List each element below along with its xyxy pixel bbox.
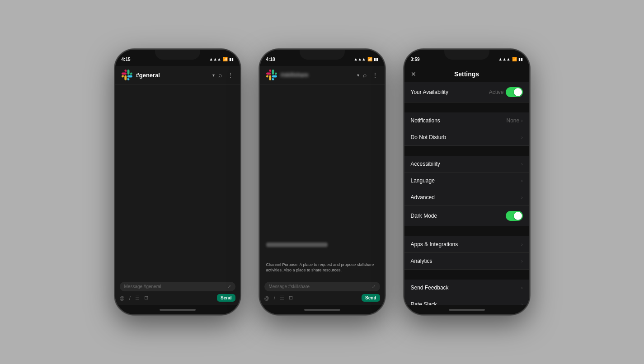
feedback-chevron: › <box>521 285 522 290</box>
blurred-name-area <box>266 243 378 251</box>
row-rate[interactable]: Rate Slack › <box>404 296 529 305</box>
row-apps[interactable]: Apps & Integrations › <box>404 236 529 253</box>
channel-purpose-text: Channel Purpose: A place to request and … <box>266 262 378 273</box>
section-feedback: Send Feedback › Rate Slack › Help Center… <box>404 280 529 305</box>
input-placeholder-1: Message #general <box>124 284 227 289</box>
battery-icon-3: ▮▮ <box>518 57 523 61</box>
status-bar-3: 3:59 ▲▲▲ 📶 ▮▮ <box>404 50 529 66</box>
darkmode-label: Dark Mode <box>411 213 506 219</box>
input-area-2: Message #skillshare ⤢ @ / ☰ ⊡ Send <box>260 278 385 305</box>
slash-icon-1[interactable]: / <box>129 295 131 301</box>
status-bar-1: 4:15 ▲▲▲ 📶 ▮▮ <box>115 50 240 66</box>
slash-icon-2[interactable]: / <box>274 295 275 301</box>
availability-toggle[interactable] <box>506 87 523 97</box>
toggle-thumb-availability <box>514 88 522 96</box>
notifications-label: Notifications <box>411 117 507 124</box>
apps-label: Apps & Integrations <box>411 241 522 247</box>
more-icon-1[interactable]: ⋮ <box>227 71 234 79</box>
gap-1 <box>404 103 529 112</box>
input-area-1: Message #general ⤢ @ / ☰ ⊡ Send <box>115 278 240 305</box>
status-icons-1: ▲▲▲ 📶 ▮▮ <box>209 57 234 61</box>
channel-arrow-1: ▾ <box>212 73 215 78</box>
send-button-2[interactable]: Send <box>362 294 380 302</box>
message-input-1[interactable]: Message #general ⤢ <box>120 282 235 291</box>
channel-name-2: #skillshare <box>281 72 357 78</box>
blurred-username <box>266 243 328 247</box>
header-icons-2: ⌕ ⋮ <box>363 71 378 79</box>
home-indicator-2 <box>304 309 340 311</box>
time-3: 3:59 <box>411 57 420 62</box>
phone-skillshare: 4:18 ▲▲▲ 📶 ▮▮ #skillshare ▾ ⌕ ⋮ <box>259 49 385 315</box>
search-icon-1[interactable]: ⌕ <box>218 71 222 79</box>
signal-icon-3: ▲▲▲ <box>498 57 511 61</box>
home-indicator-3 <box>449 309 485 311</box>
analytics-label: Analytics <box>411 258 522 264</box>
attach-icon-1[interactable]: ☰ <box>135 295 140 301</box>
gap-4 <box>404 271 529 280</box>
search-icon-2[interactable]: ⌕ <box>363 71 367 79</box>
rate-label: Rate Slack <box>411 301 522 305</box>
camera-icon-2[interactable]: ⊡ <box>289 295 293 301</box>
language-label: Language <box>411 177 522 184</box>
app-header-2: #skillshare ▾ ⌕ ⋮ <box>260 66 385 84</box>
dnd-chevron: › <box>521 135 522 140</box>
attach-icon-2[interactable]: ☰ <box>280 295 284 301</box>
settings-list: Your Availability Active Notifications N… <box>404 82 529 305</box>
message-area-1 <box>115 84 240 278</box>
signal-icon-1: ▲▲▲ <box>209 57 221 61</box>
section-apps: Apps & Integrations › Analytics › <box>404 236 529 270</box>
expand-icon-2: ⤢ <box>372 284 376 289</box>
slack-logo-1 <box>122 70 132 80</box>
apps-chevron: › <box>521 242 522 247</box>
row-availability[interactable]: Your Availability Active <box>404 82 529 103</box>
section-notifications: Notifications None › Do Not Disturb › <box>404 112 529 146</box>
time-1: 4:15 <box>122 57 131 62</box>
row-notifications[interactable]: Notifications None › <box>404 112 529 129</box>
screen-2: #skillshare ▾ ⌕ ⋮ Channel Purpose: A pla… <box>260 66 385 305</box>
status-icons-3: ▲▲▲ 📶 ▮▮ <box>498 57 523 61</box>
message-input-2[interactable]: Message #skillshare ⤢ <box>264 282 380 291</box>
toggle-thumb-darkmode <box>514 212 522 220</box>
signal-icon-2: ▲▲▲ <box>354 57 366 61</box>
app-header-1: #general ▾ ⌕ ⋮ <box>115 66 240 84</box>
settings-header: ✕ Settings <box>404 66 529 82</box>
channel-arrow-2: ▾ <box>357 73 359 78</box>
at-icon-2[interactable]: @ <box>264 295 269 301</box>
settings-title: Settings <box>454 70 479 78</box>
camera-icon-1[interactable]: ⊡ <box>144 295 148 301</box>
availability-label: Your Availability <box>411 89 489 95</box>
wifi-icon-2: 📶 <box>367 57 372 61</box>
section-accessibility: Accessibility › Language › Advanced › Da… <box>404 156 529 226</box>
wifi-icon-1: 📶 <box>223 57 228 61</box>
notifications-value: None <box>506 117 519 124</box>
darkmode-toggle[interactable] <box>506 211 523 221</box>
row-analytics[interactable]: Analytics › <box>404 253 529 270</box>
row-dnd[interactable]: Do Not Disturb › <box>404 129 529 146</box>
row-advanced[interactable]: Advanced › <box>404 189 529 206</box>
dnd-label: Do Not Disturb <box>411 134 522 140</box>
row-language[interactable]: Language › <box>404 173 529 189</box>
more-icon-2[interactable]: ⋮ <box>372 71 378 79</box>
analytics-chevron: › <box>521 259 522 264</box>
language-chevron: › <box>521 178 522 183</box>
gap-2 <box>404 147 529 156</box>
channel-name-1: #general <box>136 72 212 79</box>
settings-screen: ✕ Settings Your Availability Active Noti… <box>404 66 529 305</box>
row-feedback[interactable]: Send Feedback › <box>404 280 529 296</box>
battery-icon-1: ▮▮ <box>229 57 234 61</box>
header-icons-1: ⌕ ⋮ <box>218 71 234 79</box>
close-button[interactable]: ✕ <box>411 70 416 78</box>
screen-1: #general ▾ ⌕ ⋮ Message #general ⤢ @ / ☰ … <box>115 66 240 305</box>
phone-general: 4:15 ▲▲▲ 📶 ▮▮ #general ▾ ⌕ ⋮ Mess <box>114 49 241 315</box>
at-icon-1[interactable]: @ <box>120 295 125 301</box>
row-darkmode[interactable]: Dark Mode <box>404 206 529 226</box>
accessibility-label: Accessibility <box>411 161 522 167</box>
row-accessibility[interactable]: Accessibility › <box>404 156 529 173</box>
feedback-label: Send Feedback <box>411 285 522 291</box>
home-bar-2 <box>260 305 385 314</box>
send-button-1[interactable]: Send <box>217 294 235 302</box>
input-tools-1: @ / ☰ ⊡ Send <box>120 294 235 302</box>
home-indicator-1 <box>160 309 196 311</box>
home-bar-3 <box>404 305 529 314</box>
phone-settings: 3:59 ▲▲▲ 📶 ▮▮ ✕ Settings Your Availabili… <box>404 49 530 315</box>
